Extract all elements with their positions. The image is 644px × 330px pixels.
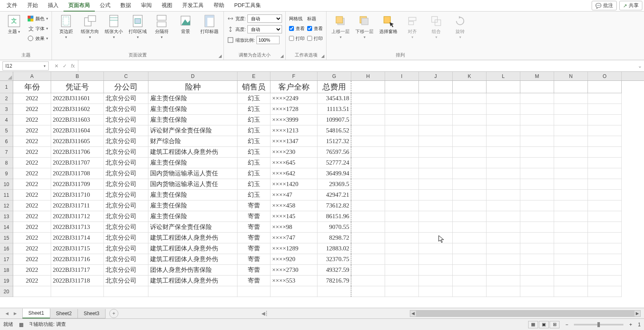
- cell[interactable]: [453, 136, 487, 147]
- cell[interactable]: ××××553: [270, 276, 317, 286]
- cell[interactable]: 分公司: [104, 81, 148, 93]
- cell[interactable]: [554, 190, 588, 200]
- cell[interactable]: [453, 147, 487, 158]
- cell[interactable]: [453, 168, 487, 179]
- print-titles-button[interactable]: 打印标题: [199, 13, 220, 34]
- cell[interactable]: 2022BJ311717: [51, 265, 104, 276]
- cancel-icon[interactable]: ✕: [54, 63, 59, 69]
- cell[interactable]: [237, 286, 270, 297]
- column-header[interactable]: C: [104, 72, 148, 80]
- cell[interactable]: 2022: [13, 243, 51, 254]
- column-header[interactable]: I: [385, 72, 419, 80]
- cell[interactable]: 2022BJ311604: [51, 125, 104, 136]
- cell[interactable]: [453, 233, 487, 243]
- cell[interactable]: [419, 265, 453, 276]
- cell[interactable]: [554, 125, 588, 136]
- cell[interactable]: [419, 200, 453, 211]
- cell[interactable]: [453, 254, 487, 265]
- cell[interactable]: 寄蕾: [237, 254, 270, 265]
- sheet-nav[interactable]: ◄►: [0, 311, 22, 316]
- row-header[interactable]: 20: [0, 286, 13, 297]
- cell[interactable]: [554, 265, 588, 276]
- cell[interactable]: 建筑工程团体人身意外伤: [148, 147, 237, 158]
- zoom-value[interactable]: 1: [638, 322, 641, 328]
- cell[interactable]: [487, 158, 520, 168]
- page-break-view-button[interactable]: ⊞: [550, 321, 559, 328]
- cell[interactable]: [588, 158, 622, 168]
- cell[interactable]: [520, 222, 554, 233]
- cell[interactable]: [385, 93, 419, 104]
- cell[interactable]: 34543.18: [317, 93, 351, 104]
- column-header[interactable]: A: [13, 72, 51, 80]
- cell[interactable]: 北京分公司: [104, 179, 148, 190]
- column-header[interactable]: M: [520, 72, 554, 80]
- cell[interactable]: 2022BJ311713: [51, 222, 104, 233]
- cell[interactable]: [588, 265, 622, 276]
- cell[interactable]: 北京分公司: [104, 115, 148, 125]
- cell[interactable]: [487, 190, 520, 200]
- cell[interactable]: [453, 200, 487, 211]
- cell[interactable]: [351, 115, 385, 125]
- cell[interactable]: [351, 147, 385, 158]
- size-button[interactable]: 纸张大小▾: [103, 13, 125, 40]
- cell[interactable]: [385, 125, 419, 136]
- cell[interactable]: [385, 254, 419, 265]
- cell[interactable]: [385, 233, 419, 243]
- cell[interactable]: [588, 276, 622, 286]
- menu-item[interactable]: 文件: [2, 0, 22, 12]
- cell[interactable]: [385, 158, 419, 168]
- cell[interactable]: [487, 168, 520, 179]
- column-header[interactable]: D: [148, 72, 237, 80]
- cell[interactable]: [588, 93, 622, 104]
- cell[interactable]: [520, 147, 554, 158]
- horizontal-scrollbar[interactable]: ◀ ▶: [410, 310, 641, 317]
- cell[interactable]: [419, 276, 453, 286]
- cell[interactable]: [588, 168, 622, 179]
- accessibility-status[interactable]: ᖷ 辅助功能: 调查: [29, 321, 66, 328]
- cell[interactable]: 险种: [148, 81, 237, 93]
- cell[interactable]: [520, 200, 554, 211]
- background-button[interactable]: 背景: [175, 13, 196, 34]
- cell[interactable]: 北京分公司: [104, 136, 148, 147]
- cell[interactable]: ××××645: [270, 158, 317, 168]
- cell[interactable]: [385, 104, 419, 115]
- cell[interactable]: [453, 115, 487, 125]
- cell[interactable]: ××××458: [270, 200, 317, 211]
- share-button[interactable]: ↗共享: [619, 1, 642, 10]
- row-headers[interactable]: 1234567891011121314151617181920: [0, 81, 13, 297]
- cell[interactable]: 29369.5: [317, 179, 351, 190]
- cell[interactable]: ××××747: [270, 233, 317, 243]
- cell[interactable]: [487, 254, 520, 265]
- cell[interactable]: [588, 179, 622, 190]
- cell[interactable]: [351, 265, 385, 276]
- cell[interactable]: 国内货物运输承运人责任: [148, 168, 237, 179]
- cell[interactable]: [419, 233, 453, 243]
- expand-formula-icon[interactable]: ⌄: [636, 63, 644, 69]
- send-backward-button[interactable]: 下移一层▾: [354, 13, 375, 40]
- cell[interactable]: 财产综合险: [148, 136, 237, 147]
- cell[interactable]: [104, 286, 148, 297]
- cell[interactable]: 雇主责任保险: [148, 200, 237, 211]
- cell[interactable]: [520, 115, 554, 125]
- cell[interactable]: 幻玉: [237, 125, 270, 136]
- cell[interactable]: ××××230: [270, 147, 317, 158]
- cell[interactable]: [487, 93, 520, 104]
- cell[interactable]: [385, 200, 419, 211]
- cell[interactable]: [351, 104, 385, 115]
- cell[interactable]: 幻玉: [237, 158, 270, 168]
- gridlines-print-check[interactable]: [289, 36, 294, 41]
- cell[interactable]: [419, 136, 453, 147]
- row-header[interactable]: 10: [0, 179, 13, 190]
- cell[interactable]: [554, 233, 588, 243]
- cell[interactable]: 幻玉: [237, 93, 270, 104]
- cell[interactable]: 幻玉: [237, 104, 270, 115]
- cell[interactable]: 寄蕾: [237, 243, 270, 254]
- cell[interactable]: [351, 93, 385, 104]
- cell[interactable]: 15127.32: [317, 136, 351, 147]
- cell[interactable]: [487, 286, 520, 297]
- column-header[interactable]: N: [554, 72, 588, 80]
- cell[interactable]: 2022BJ311708: [51, 168, 104, 179]
- cell[interactable]: [351, 200, 385, 211]
- scale-input[interactable]: [256, 36, 280, 44]
- row-header[interactable]: 19: [0, 276, 13, 286]
